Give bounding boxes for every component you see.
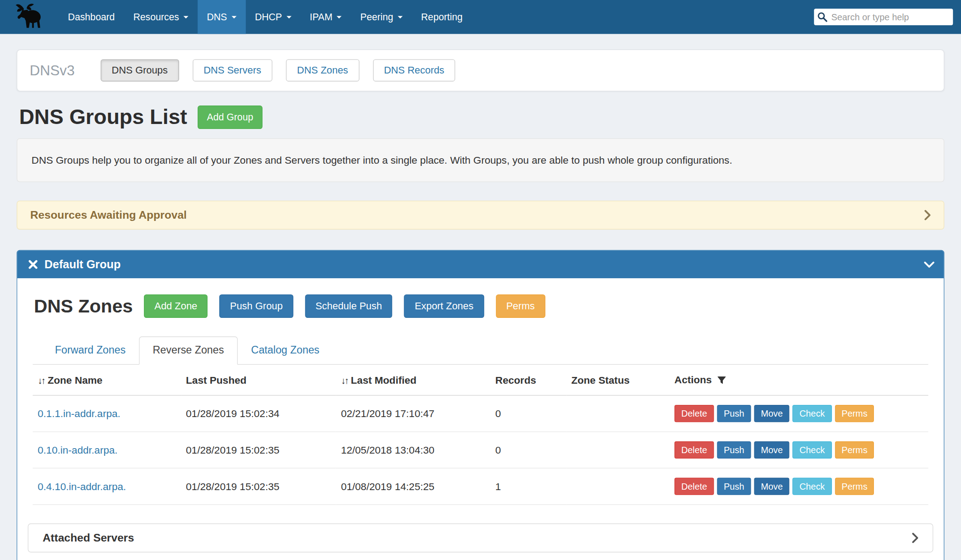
attached-servers-title: Attached Servers <box>42 532 134 545</box>
search-icon <box>817 12 827 22</box>
zone-status-cell <box>566 432 670 468</box>
chevron-right-icon <box>911 532 918 543</box>
close-icon[interactable] <box>28 260 38 269</box>
last-pushed-cell: 01/28/2019 15:02:34 <box>181 395 336 432</box>
dns-zones-heading-row: DNS Zones Add Zone Push Group Schedule P… <box>33 294 929 318</box>
nav-item-dashboard[interactable]: Dashboard <box>59 0 124 34</box>
push-button[interactable]: Push <box>717 405 751 422</box>
dns-records-button[interactable]: DNS Records <box>373 59 455 81</box>
dns-zones-button[interactable]: DNS Zones <box>286 59 359 81</box>
perms-button[interactable]: Perms <box>835 441 874 459</box>
moose-icon <box>15 2 44 31</box>
move-button[interactable]: Move <box>754 405 790 422</box>
nav-label: Resources <box>133 11 179 23</box>
column-label: Actions <box>675 374 712 386</box>
tab-catalog-zones[interactable]: Catalog Zones <box>237 336 333 365</box>
delete-button[interactable]: Delete <box>675 441 714 459</box>
column-last-modified[interactable]: ↓↑Last Modified <box>336 365 490 395</box>
last-pushed-cell: 01/28/2019 15:02:35 <box>181 432 336 468</box>
sort-icon: ↓↑ <box>341 375 348 386</box>
tab-reverse-zones[interactable]: Reverse Zones <box>139 336 237 365</box>
caret-down-icon <box>231 16 236 18</box>
records-cell: 0 <box>490 395 566 432</box>
nav-label: DNS <box>207 11 227 23</box>
table-row: 0.1.1.in-addr.arpa. 01/28/2019 15:02:34 … <box>33 395 929 432</box>
push-button[interactable]: Push <box>717 441 751 459</box>
main-nav: Dashboard Resources DNS DHCP IPAM Peerin… <box>59 0 472 34</box>
nav-label: DHCP <box>255 11 282 23</box>
caret-down-icon <box>397 16 402 18</box>
dnsv3-subnav: DNSv3 DNS Groups DNS Servers DNS Zones D… <box>17 50 944 92</box>
last-pushed-cell: 01/28/2019 15:02:35 <box>181 468 336 505</box>
zones-table: ↓↑Zone Name Last Pushed ↓↑Last Modified … <box>33 365 929 505</box>
nav-item-dhcp[interactable]: DHCP <box>245 0 300 34</box>
records-cell: 1 <box>490 468 566 505</box>
zone-tabs: Forward Zones Reverse Zones Catalog Zone… <box>33 336 929 365</box>
default-group-panel: Default Group DNS Zones Add Zone Push Gr… <box>17 250 944 560</box>
delete-button[interactable]: Delete <box>675 478 714 495</box>
column-label: Last Modified <box>351 375 417 386</box>
zone-link[interactable]: 0.1.1.in-addr.arpa. <box>38 408 120 419</box>
description-text: DNS Groups help you to organize all of y… <box>32 154 732 165</box>
row-actions: Delete Push Move Check Perms <box>675 405 924 422</box>
push-group-button[interactable]: Push Group <box>220 294 293 318</box>
group-title: Default Group <box>45 258 121 271</box>
dns-groups-button[interactable]: DNS Groups <box>101 59 179 81</box>
column-label: Last Pushed <box>186 375 246 386</box>
push-button[interactable]: Push <box>717 478 751 495</box>
dns-servers-button[interactable]: DNS Servers <box>192 59 272 81</box>
records-cell: 0 <box>490 432 566 468</box>
zone-status-cell <box>566 468 670 505</box>
top-navbar: Dashboard Resources DNS DHCP IPAM Peerin… <box>0 0 961 34</box>
perms-group-button[interactable]: Perms <box>496 294 545 318</box>
nav-item-resources[interactable]: Resources <box>124 0 198 34</box>
column-records: Records <box>490 365 566 395</box>
row-actions: Delete Push Move Check Perms <box>675 478 924 495</box>
search-input[interactable] <box>827 11 949 23</box>
nav-label: Reporting <box>421 11 462 23</box>
move-button[interactable]: Move <box>754 478 790 495</box>
column-zone-status: Zone Status <box>566 365 670 395</box>
logo[interactable] <box>0 0 59 34</box>
last-modified-cell: 02/21/2019 17:10:47 <box>336 395 490 432</box>
default-group-header[interactable]: Default Group <box>17 251 943 279</box>
perms-button[interactable]: Perms <box>835 478 874 495</box>
table-row: 0.10.in-addr.arpa. 01/28/2019 15:02:35 1… <box>33 432 929 468</box>
check-button[interactable]: Check <box>793 441 832 459</box>
subnav-title: DNSv3 <box>30 62 75 79</box>
zone-link[interactable]: 0.10.in-addr.arpa. <box>38 444 118 455</box>
perms-button[interactable]: Perms <box>835 405 874 422</box>
chevron-down-icon[interactable] <box>926 259 933 270</box>
nav-label: Dashboard <box>68 11 115 23</box>
schedule-push-button[interactable]: Schedule Push <box>305 294 393 318</box>
check-button[interactable]: Check <box>793 405 832 422</box>
add-group-button[interactable]: Add Group <box>198 105 263 129</box>
last-modified-cell: 01/08/2019 14:25:25 <box>336 468 490 505</box>
nav-item-peering[interactable]: Peering <box>351 0 412 34</box>
dns-zones-title: DNS Zones <box>34 296 133 317</box>
column-actions[interactable]: Actions <box>670 365 929 395</box>
nav-item-reporting[interactable]: Reporting <box>412 0 472 34</box>
add-zone-button[interactable]: Add Zone <box>144 294 208 318</box>
search-box <box>814 9 953 25</box>
nav-item-ipam[interactable]: IPAM <box>300 0 351 34</box>
zone-status-cell <box>566 395 670 432</box>
move-button[interactable]: Move <box>754 441 790 459</box>
zone-link[interactable]: 0.4.10.in-addr.arpa. <box>38 481 126 492</box>
description-panel: DNS Groups help you to organize all of y… <box>17 138 944 182</box>
nav-label: Peering <box>360 11 393 23</box>
table-row: 0.4.10.in-addr.arpa. 01/28/2019 15:02:35… <box>33 468 929 505</box>
export-zones-button[interactable]: Export Zones <box>404 294 484 318</box>
check-button[interactable]: Check <box>793 478 832 495</box>
column-last-pushed: Last Pushed <box>181 365 336 395</box>
caret-down-icon <box>183 16 188 18</box>
resources-awaiting-approval-accordion[interactable]: Resources Awaiting Approval <box>17 201 944 230</box>
column-label: Zone Name <box>47 375 102 386</box>
attached-servers-accordion[interactable]: Attached Servers <box>28 523 933 552</box>
column-label: Records <box>495 375 536 386</box>
nav-item-dns[interactable]: DNS <box>198 0 245 34</box>
column-zone-name[interactable]: ↓↑Zone Name <box>33 365 181 395</box>
tab-forward-zones[interactable]: Forward Zones <box>42 336 139 365</box>
filter-icon[interactable] <box>717 375 726 387</box>
delete-button[interactable]: Delete <box>675 405 714 422</box>
